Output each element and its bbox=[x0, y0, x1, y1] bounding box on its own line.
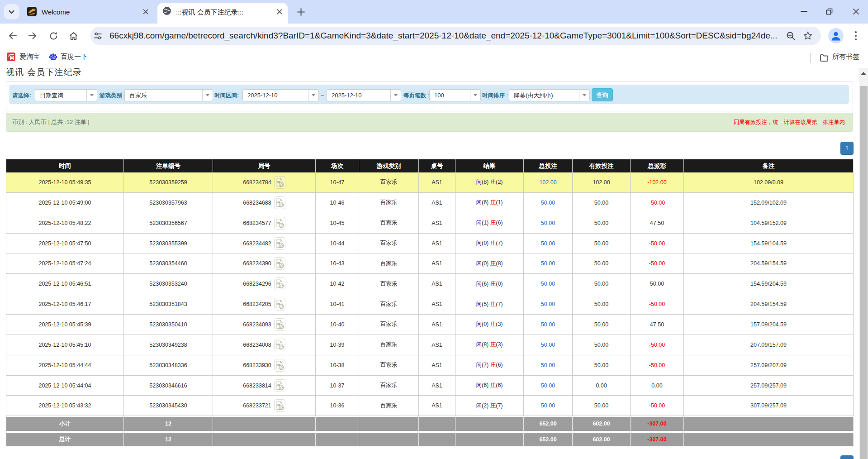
svg-text:du: du bbox=[52, 57, 55, 60]
